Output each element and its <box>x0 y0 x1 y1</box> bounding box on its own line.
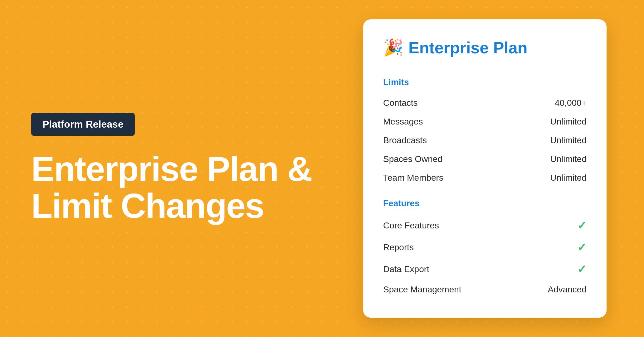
features-section: Features Core Features ✓ Reports ✓ Data … <box>383 198 587 299</box>
data-export-check: ✓ <box>577 263 587 276</box>
team-members-label: Team Members <box>383 173 443 183</box>
party-emoji: 🎉 <box>383 38 403 57</box>
space-management-label: Space Management <box>383 285 461 295</box>
table-row: Space Management Advanced <box>383 280 587 299</box>
broadcasts-value: Unlimited <box>550 135 587 145</box>
enterprise-plan-card: 🎉 Enterprise Plan Limits Contacts 40,000… <box>363 19 607 318</box>
space-management-value: Advanced <box>548 285 587 295</box>
card-title: Enterprise Plan <box>408 38 527 57</box>
table-row: Core Features ✓ <box>383 215 587 237</box>
right-section: 🎉 Enterprise Plan Limits Contacts 40,000… <box>363 19 607 318</box>
reports-label: Reports <box>383 242 414 252</box>
table-row: Broadcasts Unlimited <box>383 131 587 150</box>
table-row: Data Export ✓ <box>383 258 587 280</box>
broadcasts-label: Broadcasts <box>383 135 427 145</box>
reports-check: ✓ <box>577 241 587 254</box>
spaces-owned-value: Unlimited <box>550 154 587 164</box>
messages-value: Unlimited <box>550 117 587 127</box>
limits-label: Limits <box>383 77 587 87</box>
team-members-value: Unlimited <box>550 173 587 183</box>
title-line-1: Enterprise Plan & <box>31 149 312 188</box>
contacts-label: Contacts <box>383 98 418 108</box>
features-label: Features <box>383 198 587 208</box>
limits-section: Limits Contacts 40,000+ Messages Unlimit… <box>383 77 587 187</box>
core-features-label: Core Features <box>383 221 439 231</box>
table-row: Contacts 40,000+ <box>383 94 587 112</box>
title-line-2: Limit Changes <box>31 186 264 225</box>
main-title: Enterprise Plan & Limit Changes <box>31 151 338 224</box>
background: Platform Release Enterprise Plan & Limit… <box>0 0 644 337</box>
table-row: Messages Unlimited <box>383 112 587 131</box>
left-section: Platform Release Enterprise Plan & Limit… <box>0 88 363 249</box>
table-row: Team Members Unlimited <box>383 168 587 187</box>
platform-release-badge: Platform Release <box>31 113 135 136</box>
messages-label: Messages <box>383 117 423 127</box>
core-features-check: ✓ <box>577 219 587 232</box>
contacts-value: 40,000+ <box>555 98 587 108</box>
table-row: Reports ✓ <box>383 237 587 258</box>
header-divider <box>383 66 587 66</box>
card-header: 🎉 Enterprise Plan <box>383 38 587 57</box>
spaces-owned-label: Spaces Owned <box>383 154 442 164</box>
data-export-label: Data Export <box>383 264 429 274</box>
table-row: Spaces Owned Unlimited <box>383 150 587 168</box>
